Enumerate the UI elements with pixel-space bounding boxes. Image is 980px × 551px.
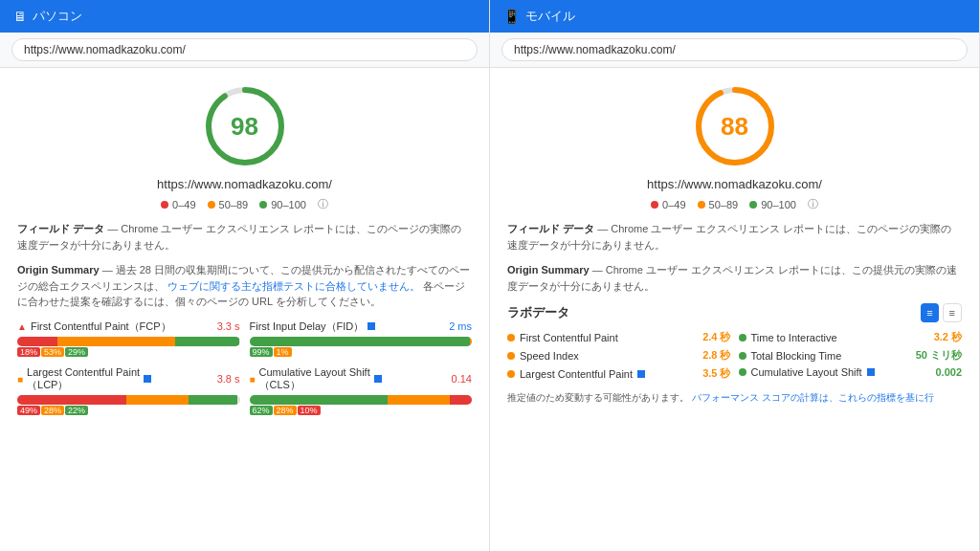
lab-title: ラボデータ: [507, 304, 569, 321]
right-tab-label: モバイル: [525, 8, 575, 25]
fcp-bar: [17, 337, 240, 346]
lab-dot-cls: [739, 368, 746, 376]
left-field-data: フィールド データ — Chrome ユーザー エクスペリエンス レポートには、…: [17, 221, 472, 253]
right-site-url: https://www.nomadkazoku.com/: [647, 177, 822, 191]
right-legend-mid: 50–89: [698, 199, 739, 210]
left-site-url: https://www.nomadkazoku.com/: [157, 177, 332, 191]
lab-row-fcp: First Contentful Paint 2.4 秒: [507, 328, 731, 346]
lab-dot-fcp: [507, 334, 515, 342]
right-score-area: 88 https://www.nomadkazoku.com/ 0–49 50–…: [507, 83, 962, 211]
left-content: 98 https://www.nomadkazoku.com/ 0–49 50–…: [0, 68, 489, 551]
lab-icon-group: ≡ ≡: [921, 303, 962, 322]
lab-dot-lcp: [507, 370, 515, 378]
left-score-number: 98: [231, 112, 258, 142]
lab-dot-tti: [739, 334, 746, 342]
legend-high: 90–100: [259, 199, 306, 210]
right-url-input[interactable]: [501, 38, 968, 61]
left-url-bar: [0, 33, 489, 68]
fid-bar: [250, 337, 473, 346]
lcp-bar: [17, 395, 240, 405]
legend-mid: 50–89: [208, 199, 249, 210]
right-field-data: フィールド データ — Chrome ユーザー エクスペリエンス レポートには、…: [507, 221, 962, 253]
left-panel: 🖥 パソコン 98 https://www.nomadkazoku.com/ 0…: [0, 0, 490, 551]
desktop-icon: 🖥: [13, 9, 27, 24]
left-tab-label: パソコン: [33, 8, 82, 25]
metric-lcp: ■ Largest Contentful Paint （LCP） 3.8 s 4…: [17, 366, 240, 415]
lcp-icon: [144, 375, 151, 383]
left-score-circle: 98: [202, 83, 288, 169]
lab-dot-tbt: [739, 352, 746, 360]
left-metrics-grid: ▲ First Contentful Paint（FCP） 3.3 s 18% …: [17, 320, 472, 415]
mobile-icon: 📱: [503, 9, 520, 24]
right-dot-green: [749, 201, 757, 209]
left-url-input[interactable]: [11, 38, 478, 61]
legend-low: 0–49: [161, 199, 195, 210]
lab-header: ラボデータ ≡ ≡: [507, 303, 962, 322]
lab-row-tti: Time to Interactive 3.2 秒: [739, 328, 963, 346]
cls-icon: [374, 375, 382, 383]
lab-row-si: Speed Index 2.8 秒: [507, 346, 731, 364]
left-score-area: 98 https://www.nomadkazoku.com/ 0–49 50–…: [17, 83, 472, 211]
right-score-number: 88: [721, 112, 748, 142]
lcp-right-icon: [637, 370, 645, 378]
left-origin-summary: Origin Summary — 過去 28 日間の収集期間について、この提供元…: [17, 262, 472, 310]
right-legend-high: 90–100: [749, 199, 796, 210]
left-tab-bar: 🖥 パソコン: [0, 0, 489, 33]
origin-link[interactable]: ウェブに関する主な指標テストに合格していません。: [167, 280, 420, 292]
lab-filter-icon-btn[interactable]: ≡: [943, 303, 962, 322]
right-info-icon[interactable]: ⓘ: [808, 197, 818, 211]
right-score-circle: 88: [692, 83, 778, 169]
metric-fid: First Input Delay（FID） 2 ms 99% 1%: [250, 320, 473, 357]
right-url-bar: [490, 33, 979, 68]
lab-row-lcp: Largest Contentful Paint 3.5 秒: [507, 364, 731, 383]
metric-cls: ■ Cumulative Layout Shift （CLS） 0.14 62%…: [250, 366, 473, 415]
fid-icon: [368, 322, 375, 330]
dot-green: [259, 201, 267, 209]
right-panel: 📱 モバイル 88 https://www.nomadkazoku.com/ 0…: [490, 0, 980, 551]
right-dot-red: [651, 201, 658, 209]
metric-fcp: ▲ First Contentful Paint（FCP） 3.3 s 18% …: [17, 320, 240, 357]
lab-row-cls: Cumulative Layout Shift 0.002: [739, 364, 963, 380]
lab-list-icon-btn[interactable]: ≡: [921, 303, 938, 322]
dot-red: [161, 201, 168, 209]
lab-table: First Contentful Paint 2.4 秒 Speed Index…: [507, 328, 962, 383]
right-tab-bar: 📱 モバイル: [490, 0, 979, 33]
cls-right-icon: [867, 368, 875, 376]
info-icon[interactable]: ⓘ: [318, 197, 328, 211]
performance-link[interactable]: パフォーマンス スコアの計算は、これらの指標を基に行: [692, 392, 934, 403]
right-legend-low: 0–49: [651, 199, 685, 210]
lab-dot-si: [507, 352, 515, 360]
right-dot-orange: [698, 201, 705, 209]
cls-bar: [250, 395, 473, 405]
right-origin-summary: Origin Summary — Chrome ユーザー エクスペリエンス レポ…: [507, 262, 962, 294]
lab-row-tbt: Total Blocking Time 50 ミリ秒: [739, 346, 963, 364]
right-legend: 0–49 50–89 90–100 ⓘ: [651, 197, 818, 211]
right-content: 88 https://www.nomadkazoku.com/ 0–49 50–…: [490, 68, 979, 551]
left-legend: 0–49 50–89 90–100 ⓘ: [161, 197, 328, 211]
dot-orange: [208, 201, 215, 209]
lab-note: 推定値のため変動する可能性があります。 パフォーマンス スコアの計算は、これらの…: [507, 390, 962, 405]
